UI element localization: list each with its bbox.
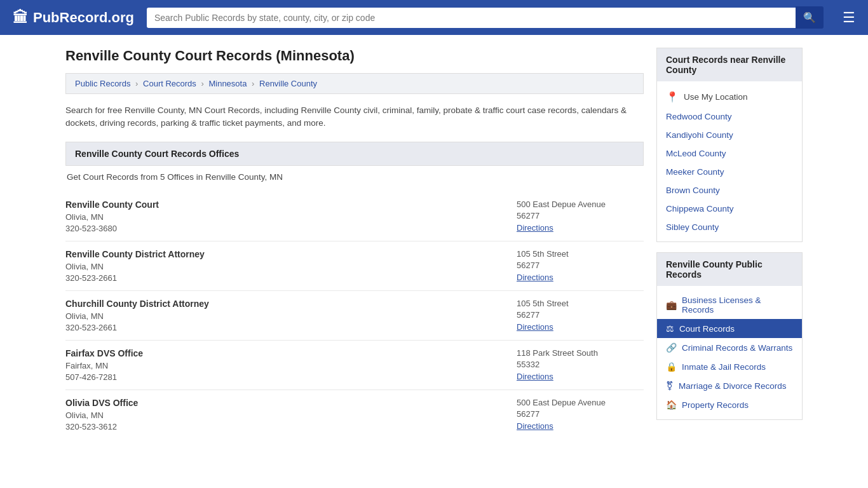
directions-link-4[interactable]: Directions	[517, 421, 553, 431]
office-right-2: 105 5th Street 56277 Directions	[517, 299, 644, 332]
sidebar-records-item-1[interactable]: ⚖ Court Records	[657, 319, 802, 338]
office-address-0: 500 East Depue Avenue	[517, 200, 644, 209]
public-records-list: 💼 Business Licenses & Records ⚖ Court Re…	[657, 291, 802, 414]
site-logo[interactable]: 🏛 PubRecord.org	[13, 9, 134, 27]
offices-section-header: Renville County Court Records Offices	[65, 142, 644, 166]
directions-link-2[interactable]: Directions	[517, 322, 553, 332]
records-label-5: Property Records	[682, 400, 749, 410]
sidebar-county-0[interactable]: Redwood County	[657, 107, 802, 126]
records-label-2: Criminal Records & Warrants	[682, 343, 792, 353]
breadcrumb-sep2: ›	[201, 79, 203, 88]
sidebar-county-2[interactable]: McLeod County	[657, 144, 802, 163]
sidebar-records-item-4[interactable]: ⚧ Marriage & Divorce Records	[657, 376, 802, 395]
office-phone-1: 320-523-2661	[65, 273, 205, 283]
page-title: Renville County Court Records (Minnesota…	[65, 48, 644, 64]
sidebar-records-item-3[interactable]: 🔒 Inmate & Jail Records	[657, 357, 802, 376]
records-label-4: Marriage & Divorce Records	[679, 381, 787, 391]
office-zip-2: 56277	[517, 310, 644, 320]
records-icon-3: 🔒	[666, 362, 677, 372]
office-right-0: 500 East Depue Avenue 56277 Directions	[517, 200, 644, 233]
office-phone-2: 320-523-2661	[65, 323, 209, 332]
breadcrumb-minnesota[interactable]: Minnesota	[208, 79, 247, 88]
breadcrumb: Public Records › Court Records › Minneso…	[65, 73, 644, 94]
table-row: Fairfax DVS Office Fairfax, MN 507-426-7…	[65, 341, 644, 390]
logo-text: PubRecord.org	[33, 10, 134, 26]
office-address-2: 105 5th Street	[517, 299, 644, 308]
sidebar-nearby-content: 📍 Use My Location Redwood CountyKandiyoh…	[657, 81, 802, 241]
office-left-4: Olivia DVS Office Olivia, MN 320-523-361…	[65, 398, 138, 431]
sidebar-records-item-0[interactable]: 💼 Business Licenses & Records	[657, 291, 802, 319]
records-label-1: Court Records	[679, 324, 735, 334]
sidebar-records-item-5[interactable]: 🏠 Property Records	[657, 395, 802, 414]
site-header: 🏛 PubRecord.org 🔍 ☰	[0, 0, 868, 35]
office-name-2: Churchill County District Attorney	[65, 299, 209, 309]
location-icon: 📍	[666, 91, 679, 103]
records-icon-1: ⚖	[666, 323, 674, 334]
search-bar: 🔍	[147, 6, 824, 29]
sidebar-county-6[interactable]: Sibley County	[657, 218, 802, 236]
sidebar-public-records-header: Renville County Public Records	[657, 253, 802, 286]
sidebar-county-4[interactable]: Brown County	[657, 181, 802, 200]
records-icon-0: 💼	[666, 300, 677, 310]
sidebar-county-5[interactable]: Chippewa County	[657, 200, 802, 218]
office-zip-1: 56277	[517, 261, 644, 270]
sidebar-county-1[interactable]: Kandiyohi County	[657, 126, 802, 144]
main-container: Renville County Court Records (Minnesota…	[53, 35, 815, 452]
search-button[interactable]: 🔍	[796, 6, 824, 29]
office-phone-3: 507-426-7281	[65, 372, 143, 382]
sidebar-nearby-header: Court Records near Renville County	[657, 48, 802, 81]
records-label-3: Inmate & Jail Records	[682, 362, 766, 372]
office-address-1: 105 5th Street	[517, 249, 644, 259]
sidebar-use-location[interactable]: 📍 Use My Location	[657, 86, 802, 107]
table-row: Renville County Court Olivia, MN 320-523…	[65, 192, 644, 241]
breadcrumb-court-records[interactable]: Court Records	[143, 79, 196, 88]
office-zip-0: 56277	[517, 211, 644, 220]
sidebar-public-records-content: 💼 Business Licenses & Records ⚖ Court Re…	[657, 286, 802, 419]
directions-link-3[interactable]: Directions	[517, 372, 553, 381]
sidebar-nearby-box: Court Records near Renville County 📍 Use…	[656, 48, 803, 242]
breadcrumb-renville-county[interactable]: Renville County	[259, 79, 317, 88]
office-city-4: Olivia, MN	[65, 410, 138, 420]
office-zip-4: 56277	[517, 409, 644, 419]
table-row: Churchill County District Attorney Olivi…	[65, 291, 644, 341]
office-zip-3: 55332	[517, 360, 644, 369]
office-left-3: Fairfax DVS Office Fairfax, MN 507-426-7…	[65, 348, 143, 382]
records-icon-5: 🏠	[666, 400, 677, 410]
office-name-0: Renville County Court	[65, 200, 159, 210]
office-left-2: Churchill County District Attorney Olivi…	[65, 299, 209, 332]
office-left-1: Renville County District Attorney Olivia…	[65, 249, 205, 283]
menu-icon[interactable]: ☰	[843, 10, 855, 26]
sidebar: Court Records near Renville County 📍 Use…	[656, 48, 803, 439]
records-label-0: Business Licenses & Records	[682, 295, 793, 315]
office-right-1: 105 5th Street 56277 Directions	[517, 249, 644, 283]
content-area: Renville County Court Records (Minnesota…	[65, 48, 644, 439]
breadcrumb-sep3: ›	[252, 79, 254, 88]
directions-link-1[interactable]: Directions	[517, 273, 553, 282]
logo-icon: 🏛	[13, 9, 28, 27]
sidebar-county-3[interactable]: Meeker County	[657, 163, 802, 181]
search-input[interactable]	[147, 8, 796, 28]
use-location-label: Use My Location	[684, 92, 748, 102]
table-row: Renville County District Attorney Olivia…	[65, 241, 644, 291]
office-city-2: Olivia, MN	[65, 311, 209, 321]
office-address-4: 500 East Depue Avenue	[517, 398, 644, 407]
offices-list: Renville County Court Olivia, MN 320-523…	[65, 192, 644, 439]
office-left-0: Renville County Court Olivia, MN 320-523…	[65, 200, 159, 233]
office-city-0: Olivia, MN	[65, 212, 159, 222]
office-phone-4: 320-523-3612	[65, 422, 138, 431]
office-address-3: 118 Park Street South	[517, 348, 644, 358]
office-count: Get Court Records from 5 Offices in Renv…	[65, 172, 644, 182]
breadcrumb-public-records[interactable]: Public Records	[75, 79, 130, 88]
office-name-1: Renville County District Attorney	[65, 249, 205, 259]
records-icon-4: ⚧	[666, 381, 674, 391]
office-city-1: Olivia, MN	[65, 262, 205, 271]
directions-link-0[interactable]: Directions	[517, 223, 553, 233]
nearby-counties-list: Redwood CountyKandiyohi CountyMcLeod Cou…	[657, 107, 802, 236]
office-phone-0: 320-523-3680	[65, 224, 159, 233]
table-row: Olivia DVS Office Olivia, MN 320-523-361…	[65, 390, 644, 439]
page-description: Search for free Renville County, MN Cour…	[65, 104, 644, 130]
breadcrumb-sep1: ›	[135, 79, 138, 88]
office-city-3: Fairfax, MN	[65, 361, 143, 370]
office-right-4: 500 East Depue Avenue 56277 Directions	[517, 398, 644, 431]
sidebar-records-item-2[interactable]: 🔗 Criminal Records & Warrants	[657, 338, 802, 357]
